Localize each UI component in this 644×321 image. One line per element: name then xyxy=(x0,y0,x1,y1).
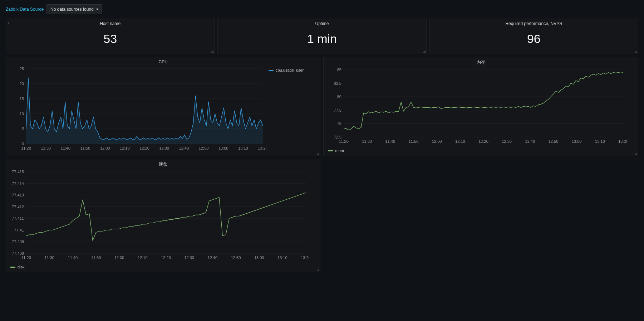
panel-title: Host name xyxy=(6,19,214,27)
svg-text:82.5: 82.5 xyxy=(334,81,341,86)
resize-handle[interactable] xyxy=(423,50,426,53)
datasource-variable-value: No data sources found xyxy=(50,7,94,12)
svg-text:12:40: 12:40 xyxy=(208,256,218,260)
resize-handle[interactable] xyxy=(634,50,637,53)
stat-value: 96 xyxy=(430,27,638,54)
svg-text:77.5: 77.5 xyxy=(334,108,341,112)
svg-text:25: 25 xyxy=(20,67,24,71)
svg-text:11:40: 11:40 xyxy=(385,139,395,144)
svg-text:13:20: 13:20 xyxy=(301,256,309,260)
svg-text:12:30: 12:30 xyxy=(502,139,512,144)
svg-text:13:10: 13:10 xyxy=(238,146,248,150)
info-icon[interactable]: i xyxy=(8,20,9,25)
svg-text:77.409: 77.409 xyxy=(12,239,24,244)
svg-text:77.415: 77.415 xyxy=(12,170,24,174)
svg-text:77.411: 77.411 xyxy=(12,216,24,220)
svg-text:80: 80 xyxy=(337,94,341,99)
svg-text:77.414: 77.414 xyxy=(12,181,24,186)
svg-text:77.41: 77.41 xyxy=(14,228,24,232)
svg-text:12:10: 12:10 xyxy=(120,146,130,150)
svg-text:15: 15 xyxy=(20,97,24,101)
datasource-variable-label: Zabbix Data Source xyxy=(6,7,44,12)
resize-handle[interactable] xyxy=(316,268,319,271)
svg-text:11:30: 11:30 xyxy=(41,146,51,150)
svg-text:12:20: 12:20 xyxy=(139,146,149,150)
datasource-variable-select[interactable]: No data sources found xyxy=(46,4,102,14)
legend-swatch xyxy=(269,70,274,71)
legend-item[interactable]: cpu.usage_user xyxy=(269,68,304,72)
disk-legend: disk xyxy=(6,264,320,272)
svg-text:10: 10 xyxy=(20,112,24,116)
svg-text:12:40: 12:40 xyxy=(179,146,189,150)
svg-text:13:20: 13:20 xyxy=(258,146,266,150)
legend-label: disk xyxy=(18,265,25,269)
svg-text:72.5: 72.5 xyxy=(334,135,341,139)
panel-uptime[interactable]: Uptime 1 min xyxy=(217,19,426,54)
resize-handle[interactable] xyxy=(634,152,637,155)
svg-text:11:50: 11:50 xyxy=(80,146,90,150)
svg-text:12:40: 12:40 xyxy=(525,139,535,144)
svg-text:12:00: 12:00 xyxy=(100,146,110,150)
svg-text:77.412: 77.412 xyxy=(12,205,24,209)
svg-text:11:50: 11:50 xyxy=(91,256,101,260)
disk-chart: 77.40877.40977.4177.41177.41277.41377.41… xyxy=(9,170,309,261)
svg-text:11:30: 11:30 xyxy=(362,139,372,144)
panel-title: Uptime xyxy=(218,19,426,27)
legend-item[interactable]: mem xyxy=(328,149,344,153)
cpu-chart: 051015202511:2011:3011:4011:5012:0012:10… xyxy=(9,67,266,152)
variables-toolbar: Zabbix Data Source No data sources found xyxy=(0,0,644,19)
svg-text:12:20: 12:20 xyxy=(479,139,489,144)
svg-text:11:30: 11:30 xyxy=(44,256,54,260)
svg-text:85: 85 xyxy=(337,68,341,72)
svg-text:12:50: 12:50 xyxy=(231,256,241,260)
panel-hostname[interactable]: i Host name 53 xyxy=(6,19,215,54)
svg-text:12:00: 12:00 xyxy=(432,139,442,144)
svg-text:13:00: 13:00 xyxy=(572,139,582,144)
svg-text:13:10: 13:10 xyxy=(595,139,605,144)
legend-swatch xyxy=(328,150,333,151)
panel-title: 硬盘 xyxy=(6,159,320,168)
svg-text:20: 20 xyxy=(20,82,24,86)
svg-text:12:30: 12:30 xyxy=(159,146,169,150)
legend-label: cpu.usage_user xyxy=(276,68,304,72)
svg-text:12:10: 12:10 xyxy=(456,139,466,144)
svg-text:11:50: 11:50 xyxy=(409,139,419,144)
panel-title: CPU xyxy=(6,57,320,65)
svg-text:13:10: 13:10 xyxy=(277,256,287,260)
svg-text:11:20: 11:20 xyxy=(21,256,31,260)
panel-nvps[interactable]: Required performance, NVPS 96 xyxy=(429,19,638,54)
svg-text:12:50: 12:50 xyxy=(549,139,559,144)
svg-text:11:40: 11:40 xyxy=(68,256,78,260)
svg-text:12:20: 12:20 xyxy=(161,256,171,260)
svg-text:0: 0 xyxy=(22,142,24,146)
mem-legend: mem xyxy=(324,148,638,156)
svg-text:11:20: 11:20 xyxy=(21,146,31,150)
svg-text:11:20: 11:20 xyxy=(339,139,349,144)
resize-handle[interactable] xyxy=(211,50,213,53)
mem-chart: 72.57577.58082.58511:2011:3011:4011:5012… xyxy=(326,68,627,145)
svg-text:13:00: 13:00 xyxy=(254,256,264,260)
panel-cpu[interactable]: CPU 051015202511:2011:3011:4011:5012:001… xyxy=(6,57,320,156)
svg-text:11:40: 11:40 xyxy=(61,146,71,150)
legend-item[interactable]: disk xyxy=(10,265,25,269)
resize-handle[interactable] xyxy=(316,152,319,155)
dashboard-grid: i Host name 53 Uptime 1 min Required per… xyxy=(0,19,644,278)
legend-swatch xyxy=(10,267,15,268)
svg-text:13:00: 13:00 xyxy=(218,146,228,150)
svg-text:12:10: 12:10 xyxy=(138,256,148,260)
cpu-legend: cpu.usage_user xyxy=(266,67,306,152)
panel-mem[interactable]: 内存 72.57577.58082.58511:2011:3011:4011:5… xyxy=(323,57,638,156)
panel-disk[interactable]: 硬盘 77.40877.40977.4177.41177.41277.41377… xyxy=(6,159,320,272)
svg-text:5: 5 xyxy=(22,127,24,131)
panel-title: 内存 xyxy=(324,57,638,66)
svg-text:12:00: 12:00 xyxy=(114,256,124,260)
svg-text:13:20: 13:20 xyxy=(619,139,627,144)
stat-value: 1 min xyxy=(218,27,426,54)
svg-text:12:50: 12:50 xyxy=(199,146,209,150)
svg-text:75: 75 xyxy=(337,121,341,126)
stat-value: 53 xyxy=(6,27,214,54)
svg-text:77.408: 77.408 xyxy=(12,251,24,256)
panel-title: Required performance, NVPS xyxy=(430,19,638,27)
svg-text:77.413: 77.413 xyxy=(12,193,24,197)
svg-text:12:30: 12:30 xyxy=(184,256,194,260)
